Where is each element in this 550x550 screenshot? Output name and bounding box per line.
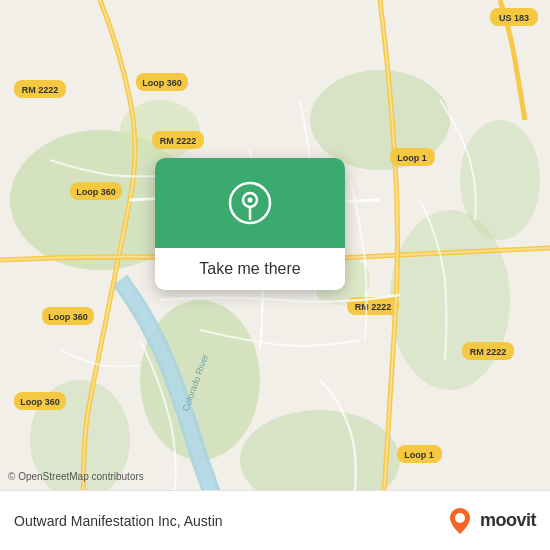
moovit-logo: moovit [444,505,536,537]
map-attribution: © OpenStreetMap contributors [8,471,144,482]
map-container: Colorado River Loop 360 Loop 360 Loop 36… [0,0,550,550]
svg-text:Loop 1: Loop 1 [397,153,427,163]
take-me-there-button[interactable]: Take me there [155,248,345,290]
location-name: Outward Manifestation Inc, Austin [14,513,223,529]
svg-text:Loop 360: Loop 360 [142,78,182,88]
svg-text:Loop 360: Loop 360 [76,187,116,197]
svg-point-36 [248,198,253,203]
bottom-bar: Outward Manifestation Inc, Austin moovit [0,490,550,550]
popup-card: Take me there [155,158,345,290]
location-pin-icon [228,181,272,225]
popup-header [155,158,345,248]
svg-text:US 183: US 183 [499,13,529,23]
svg-text:Loop 360: Loop 360 [48,312,88,322]
svg-text:Loop 1: Loop 1 [404,450,434,460]
svg-text:RM 2222: RM 2222 [355,302,392,312]
svg-point-6 [460,120,540,240]
svg-point-37 [455,513,465,523]
moovit-icon [444,505,476,537]
svg-text:RM 2222: RM 2222 [22,85,59,95]
svg-text:RM 2222: RM 2222 [160,136,197,146]
svg-text:Loop 360: Loop 360 [20,397,60,407]
moovit-label: moovit [480,510,536,531]
svg-text:RM 2222: RM 2222 [470,347,507,357]
